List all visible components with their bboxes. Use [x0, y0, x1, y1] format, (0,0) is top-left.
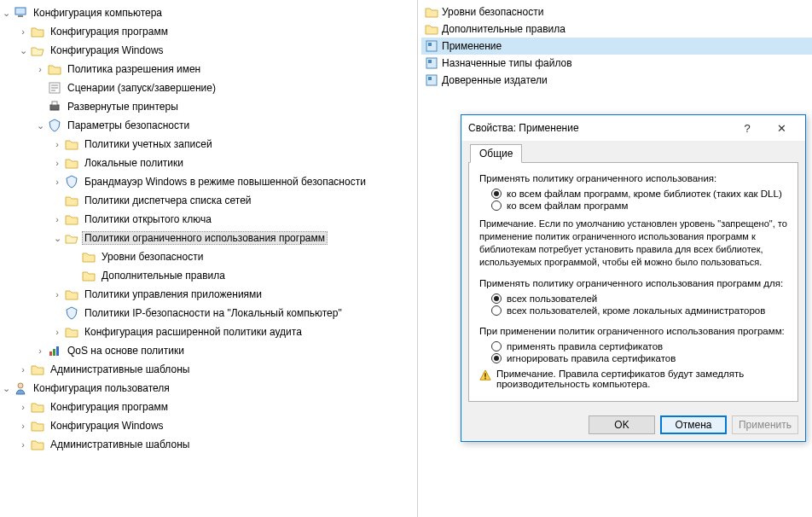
tree-user-config[interactable]: ⌄ Конфигурация пользователя: [0, 379, 417, 398]
tree-label: Политики ограниченного использования про…: [82, 231, 328, 245]
chevron-down-icon[interactable]: ⌄: [0, 7, 12, 19]
folder-icon: [82, 250, 96, 264]
list-item-label: Доверенные издатели: [442, 74, 548, 86]
tab-panel-general: Применять политику ограниченного использ…: [468, 163, 798, 402]
radio-all-except-dll[interactable]: ко всем файлам программ, кроме библиотек…: [491, 189, 787, 199]
bars-icon: [48, 344, 61, 357]
radio-label: всех пользователей: [507, 293, 597, 304]
folder-icon: [65, 137, 78, 151]
folder-icon: [31, 25, 44, 38]
chevron-right-icon[interactable]: ›: [51, 326, 63, 338]
folder-icon: [82, 269, 96, 282]
tree-label: Параметры безопасности: [65, 119, 192, 132]
help-button[interactable]: ?: [730, 116, 764, 140]
chevron-right-icon[interactable]: ›: [51, 176, 63, 188]
radio-apply-cert[interactable]: применять правила сертификатов: [491, 341, 787, 351]
tree-pubkey[interactable]: › Политики открытого ключа: [51, 210, 417, 229]
radio-label: применять правила сертификатов: [507, 341, 663, 351]
chevron-right-icon[interactable]: ›: [17, 439, 29, 450]
tree-label: Конфигурация пользователя: [31, 381, 172, 395]
chevron-right-icon[interactable]: ›: [34, 63, 46, 75]
radio-except-admins[interactable]: всех пользователей, кроме локальных адми…: [491, 305, 787, 316]
dialog-title: Свойства: Применение: [468, 122, 730, 134]
chevron-down-icon[interactable]: ⌄: [17, 44, 29, 56]
tree-local-policies[interactable]: › Локальные политики: [51, 154, 417, 172]
tree-label: Развернутые принтеры: [65, 100, 181, 113]
tree-label: Политики диспетчера списка сетей: [82, 194, 254, 207]
folder-icon: [31, 363, 44, 376]
chevron-right-icon[interactable]: ›: [51, 213, 63, 225]
close-button[interactable]: ✕: [764, 116, 798, 140]
tree-ipsec[interactable]: › Политики IP-безопасности на "Локальный…: [51, 304, 417, 322]
tab-general[interactable]: Общие: [470, 144, 522, 163]
tree-app-ctrl[interactable]: › Политики управления приложениями: [51, 285, 417, 304]
folder-icon: [425, 22, 438, 36]
tree-label: Политики учетных записей: [82, 137, 215, 151]
tree-comp-programs[interactable]: › Конфигурация программ: [17, 22, 417, 41]
chevron-right-icon[interactable]: ›: [34, 345, 46, 357]
list-item-label: Уровни безопасности: [442, 6, 543, 18]
tree-scripts[interactable]: › Сценарии (запуск/завершение): [34, 78, 417, 97]
tree-computer-config[interactable]: ⌄ Конфигурация компьютера: [0, 3, 417, 22]
tree-sec-levels[interactable]: › Уровни безопасности: [68, 247, 417, 266]
tree-label: Конфигурация расширенной политики аудита: [82, 325, 304, 339]
chevron-right-icon[interactable]: ›: [51, 288, 63, 300]
tree-security-params[interactable]: ⌄ Параметры безопасности: [34, 116, 417, 135]
tree-win-config[interactable]: ⌄ Конфигурация Windows: [17, 41, 417, 60]
tree-admin-templates[interactable]: › Административные шаблоны: [17, 360, 417, 379]
folder-icon: [65, 156, 78, 170]
folder-icon: [31, 438, 44, 451]
tree-user-programs[interactable]: › Конфигурация программ: [17, 398, 417, 416]
tree-srp[interactable]: ⌄ Политики ограниченного использования п…: [51, 229, 417, 247]
chevron-right-icon[interactable]: ›: [51, 138, 63, 150]
folder-icon: [65, 212, 78, 226]
tree-user-admin[interactable]: › Административные шаблоны: [17, 435, 417, 454]
tree-add-rules[interactable]: › Дополнительные правила: [68, 266, 417, 285]
folder-icon: [425, 5, 438, 19]
chevron-right-icon[interactable]: ›: [17, 401, 29, 413]
list-item-publishers[interactable]: Доверенные издатели: [421, 72, 812, 89]
folder-open-icon: [31, 44, 44, 57]
list-item-enforcement[interactable]: Применение: [421, 38, 812, 55]
radio-label: ко всем файлам программ: [507, 200, 628, 211]
chevron-right-icon[interactable]: ›: [17, 26, 29, 38]
cancel-button[interactable]: Отмена: [660, 415, 727, 434]
chevron-right-icon[interactable]: ›: [51, 157, 63, 169]
radio-icon: [491, 341, 502, 351]
user-icon: [14, 381, 27, 395]
radio-icon: [491, 293, 502, 304]
folder-icon: [31, 419, 44, 433]
shield-icon: [65, 306, 78, 320]
list-item-file-types[interactable]: Назначенные типы файлов: [421, 55, 812, 72]
chevron-down-icon[interactable]: ⌄: [0, 382, 12, 394]
tree-label: QoS на основе политики: [65, 344, 187, 357]
tree-qos[interactable]: › QoS на основе политики: [34, 341, 417, 360]
tree-label: Конфигурация программ: [48, 400, 171, 414]
chevron-down-icon[interactable]: ⌄: [51, 232, 63, 244]
tree-adv-audit[interactable]: › Конфигурация расширенной политики ауди…: [51, 322, 417, 341]
radio-ignore-cert[interactable]: игнорировать правила сертификатов: [491, 353, 787, 363]
radio-label: игнорировать правила сертификатов: [507, 353, 676, 363]
tree-label: Локальные политики: [82, 156, 186, 170]
list-item-label: Дополнительные правила: [442, 23, 566, 35]
tree-printers[interactable]: › Развернутые принтеры: [34, 97, 417, 116]
chevron-right-icon[interactable]: ›: [17, 363, 29, 375]
folder-icon: [65, 325, 78, 339]
radio-all-users[interactable]: всех пользователей: [491, 293, 787, 304]
tree-name-policy[interactable]: › Политика разрешения имен: [34, 60, 417, 78]
tree-firewall[interactable]: › Брандмауэр Windows в режиме повышенной…: [51, 172, 417, 191]
chevron-right-icon[interactable]: ›: [17, 420, 29, 432]
chevron-down-icon[interactable]: ⌄: [34, 119, 46, 131]
dialog-titlebar[interactable]: Свойства: Применение ? ✕: [461, 115, 805, 141]
tree-label: Политики IP-безопасности на "Локальный к…: [82, 306, 345, 320]
radio-label: всех пользователей, кроме локальных адми…: [507, 305, 765, 316]
tree-netlist[interactable]: › Политики диспетчера списка сетей: [51, 191, 417, 210]
apply-button[interactable]: Применить: [732, 415, 798, 434]
list-item-sec-levels[interactable]: Уровни безопасности: [421, 3, 812, 20]
ok-button[interactable]: OK: [589, 415, 655, 434]
tree-user-windows[interactable]: › Конфигурация Windows: [17, 416, 417, 435]
tree-account-policies[interactable]: › Политики учетных записей: [51, 135, 417, 154]
radio-all-files[interactable]: ко всем файлам программ: [491, 200, 787, 211]
list-item-add-rules[interactable]: Дополнительные правила: [421, 20, 812, 38]
cert-note: Примечание. Правила сертификатов будут з…: [496, 369, 787, 389]
